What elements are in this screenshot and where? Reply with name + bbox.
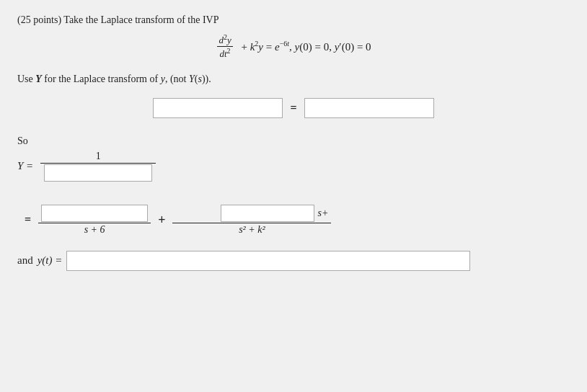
yt-input[interactable] (66, 251, 470, 271)
lhs-input[interactable] (153, 98, 283, 118)
and-label: and (17, 254, 33, 267)
big-fraction-denominator-input[interactable] (40, 164, 156, 182)
decomp-frac2-num-input[interactable] (221, 205, 314, 222)
decomp-denom2-text: s² + k² (239, 224, 265, 235)
decomp-fraction-2: s+ s² + k² (172, 204, 331, 236)
s-plus-label: s+ (317, 208, 328, 219)
denominator-input[interactable] (44, 164, 152, 182)
instruction-label: Take the Laplace transform of the IVP (63, 14, 219, 25)
fraction-denominator: dt2 (218, 47, 231, 60)
plus-k2y: + k2y = e−6t, y(0) = 0, y′(0) = 0 (239, 40, 371, 53)
decomp-equals: = (25, 213, 31, 226)
big-fraction-numerator: 1 (40, 150, 156, 164)
decomp-frac1-numerator[interactable] (38, 204, 151, 223)
so-label: So (17, 135, 570, 147)
yt-label: y(t) = (37, 254, 63, 267)
answer-row: = (17, 98, 570, 118)
decomp-fraction-1: s + 6 (38, 204, 151, 236)
so-text: So (17, 135, 28, 146)
plus-sign: + (158, 213, 165, 228)
and-yt-row: and y(t) = (17, 251, 570, 271)
decomp-denom1-text: s + 6 (84, 224, 105, 235)
ivp-equation-row: d2y dt2 + k2y = e−6t, y(0) = 0, y′(0) = … (17, 33, 570, 61)
ivp-equation: d2y dt2 + k2y = e−6t, y(0) = 0, y′(0) = … (216, 33, 371, 61)
decomp-frac1-num-input[interactable] (41, 205, 148, 222)
equals-sign: = (290, 102, 296, 115)
rhs-input[interactable] (304, 98, 434, 118)
decomp-section: = s + 6 + s+ s² + k² (25, 204, 570, 236)
instructions: Use Y for the Laplace transform of y, (n… (17, 74, 570, 85)
instructions-text: Use Y for the Laplace transform of y, (n… (17, 74, 211, 84)
y-fraction-solution: Y = 1 (17, 150, 570, 182)
decomp-frac2-denominator: s² + k² (172, 223, 331, 236)
decomp-frac2-numerator[interactable]: s+ (172, 204, 331, 223)
decomp-frac1-denominator: s + 6 (40, 223, 149, 236)
fraction-numerator: d2y (217, 33, 232, 47)
problem-header: (25 points) Take the Laplace transform o… (17, 14, 570, 26)
y-equals-label: Y = (17, 160, 33, 172)
y-big-fraction: 1 (40, 150, 156, 182)
d2y-fraction: d2y dt2 (217, 33, 232, 61)
points-label: (25 points) (17, 14, 61, 25)
